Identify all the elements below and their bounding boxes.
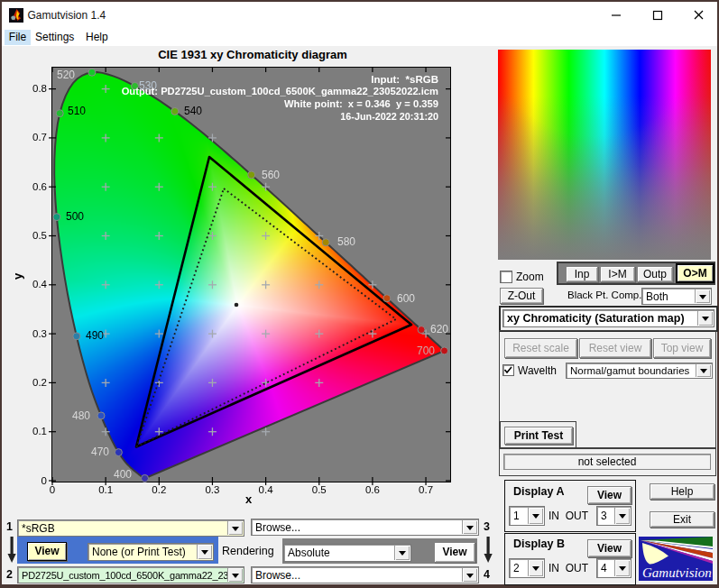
svg-text:Gamutvision: Gamutvision <box>642 565 712 580</box>
